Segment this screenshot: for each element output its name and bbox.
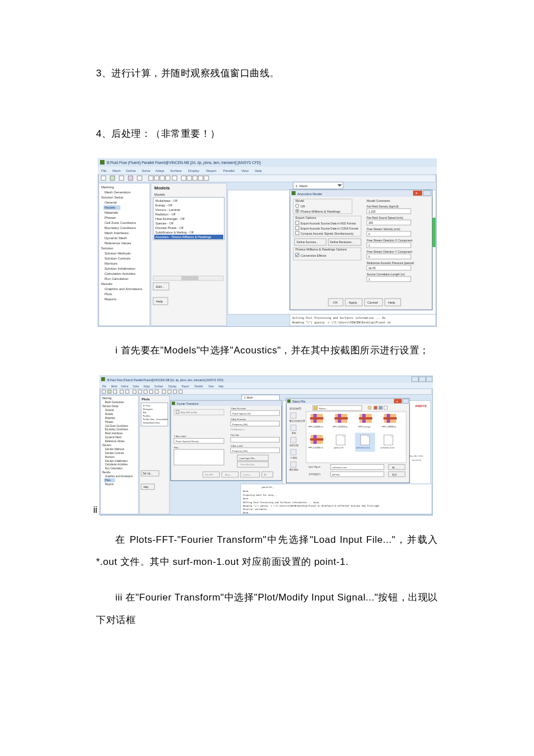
tree-calc-act[interactable]: Calculation Activities [105, 272, 136, 275]
menu-item[interactable]: Adapt [144, 385, 150, 388]
model-item[interactable]: Species - Off [155, 222, 173, 225]
menu-item[interactable]: Help [218, 385, 224, 388]
export-check2[interactable] [296, 226, 299, 230]
open-button[interactable] [388, 465, 405, 470]
menu-define[interactable]: Define [126, 169, 136, 172]
file-label[interactable]: surf-mon-2.out [381, 447, 394, 449]
file-icon-archive[interactable] [384, 414, 397, 423]
file-label[interactable]: FFF.2.cas.gz [358, 426, 370, 428]
tree-item[interactable]: Mesh Generation [105, 401, 124, 404]
menu-item[interactable]: Define [121, 385, 128, 388]
selectfile-toolbar-icons[interactable] [368, 406, 387, 409]
menu-help[interactable]: Help [255, 169, 262, 172]
file-icon-archive[interactable] [359, 414, 372, 423]
file-label[interactable]: point-1.srf [334, 447, 344, 449]
file-icon-archive[interactable] [335, 414, 348, 423]
min-icon2[interactable] [403, 399, 409, 404]
tree-item[interactable]: Reports [105, 483, 114, 486]
tree-item[interactable]: Graphics and Animations [105, 475, 133, 478]
tree-item-plots[interactable]: Plots [105, 479, 111, 482]
tree-results[interactable]: Results [101, 282, 112, 286]
tree-item[interactable]: Mesh Interfaces [105, 433, 123, 435]
model-item[interactable]: Discrete Phase - Off [155, 226, 184, 230]
tree-item[interactable]: Monitors [105, 456, 115, 459]
menu-mesh[interactable]: Mesh [112, 169, 121, 172]
place-icon[interactable] [290, 425, 296, 431]
tree-item[interactable]: Solution Initialization [105, 460, 128, 463]
file-label[interactable]: FFF-1-00000.d... [309, 426, 324, 428]
place-icon[interactable] [290, 462, 296, 468]
menu-item[interactable]: Mesh [111, 385, 118, 388]
export-check3[interactable] [296, 231, 299, 235]
tree-solution-setup[interactable]: Solution Setup [101, 196, 124, 199]
tree-item[interactable]: Calculation Activities [105, 464, 128, 466]
tree-item[interactable]: Dynamic Mesh [105, 436, 122, 439]
model-item[interactable]: Heat Exchanger - Off [155, 217, 185, 221]
model-item-acoustics[interactable]: Acoustics - Ffowcs-Williams & Hawkings [155, 235, 211, 239]
export-check1[interactable] [296, 221, 299, 224]
file-icon-archive[interactable] [310, 435, 324, 444]
tree-cellzone[interactable]: Cell Zone Conditions [105, 221, 136, 224]
menu-adapt[interactable]: Adapt [155, 169, 164, 172]
model-item[interactable]: Viscous - Laminar [155, 208, 180, 211]
file-label[interactable]: FFF-2-00000.d... [382, 426, 398, 428]
place-label[interactable]: 我的文档 [289, 444, 298, 447]
file-label[interactable]: FFF-1-00300.d... [333, 426, 349, 428]
tree-models[interactable]: Models [105, 206, 115, 209]
model-item[interactable]: Radiation - Off [155, 213, 176, 216]
tree-item[interactable]: General [105, 409, 114, 412]
tree-ref-values[interactable]: Reference Values [105, 241, 131, 245]
place-label[interactable]: 最近项目 [289, 469, 298, 472]
model-item[interactable]: Solidification & Melting - Off [155, 231, 194, 234]
tree-mesh-int[interactable]: Mesh Interfaces [105, 231, 129, 235]
file-icon-archive[interactable] [310, 414, 324, 423]
tree-item[interactable]: Cell Zone Conditions [105, 425, 129, 427]
tree-monitors[interactable]: Monitors [105, 262, 118, 265]
menu-file[interactable]: File [101, 169, 107, 172]
hscroll-thumb[interactable] [181, 276, 198, 280]
tree-plots[interactable]: Plots [105, 292, 112, 296]
place-label[interactable]: 最近访问的位置 [289, 420, 305, 422]
place-icon[interactable] [290, 450, 296, 455]
tree-reports[interactable]: Reports [105, 297, 116, 301]
tree-sol-methods[interactable]: Solution Methods [105, 252, 131, 255]
tree-dyn-mesh[interactable]: Dynamic Mesh [105, 236, 127, 240]
file-icon-doc[interactable] [336, 435, 345, 446]
tree-item[interactable]: Solution Setup [102, 405, 119, 408]
tree-mesh-gen[interactable]: Mesh Generation [105, 191, 131, 194]
plot-item[interactable]: Profiles: [143, 414, 151, 417]
menu-item[interactable]: Surface [154, 385, 163, 388]
tree-item[interactable]: Results [102, 471, 111, 474]
tree-solution[interactable]: Solution [101, 247, 114, 250]
constant-input[interactable] [367, 254, 411, 259]
menu-parallel[interactable]: Parallel [223, 169, 235, 172]
tree-item[interactable]: Solution Controls [105, 452, 124, 455]
tree-item[interactable]: Materials [105, 417, 116, 420]
menu-item[interactable]: View [209, 385, 214, 388]
tree-item[interactable]: Solution [102, 444, 111, 447]
tree-item[interactable]: Phases [105, 421, 114, 424]
file-label-selected[interactable]: surf-mon-1.out [356, 447, 370, 449]
constant-input[interactable] [367, 277, 411, 282]
tree-graphics[interactable]: Graphics and Animations [105, 287, 142, 291]
tree-item[interactable]: Solution Methods [105, 448, 125, 451]
tree-run-calc[interactable]: Run Calculation [105, 277, 128, 280]
tree-sol-ctrl[interactable]: Solution Controls [105, 257, 131, 260]
menu-item[interactable]: Display [168, 385, 177, 388]
menu-view[interactable]: View [241, 169, 249, 172]
menu-item[interactable]: File [102, 385, 107, 388]
menu-item[interactable]: Solve [133, 385, 140, 388]
place-icon[interactable] [290, 413, 296, 418]
tree-sol-init[interactable]: Solution Initialization [105, 267, 136, 270]
tree-item[interactable]: Boundary Conditions [105, 429, 129, 431]
place-label[interactable]: 计算机 [290, 456, 297, 459]
min-icon[interactable] [423, 191, 431, 196]
tree-materials[interactable]: Materials [105, 211, 118, 214]
file-label[interactable]: FFF-2-01000.d... [309, 447, 324, 449]
plottitle-input[interactable] [231, 438, 280, 443]
radio-off[interactable] [296, 204, 299, 208]
constant-input[interactable] [367, 243, 411, 248]
tree-item[interactable]: Reference Values [105, 440, 125, 443]
plot-item[interactable]: Interpolated Data [143, 421, 160, 424]
tree-phases[interactable]: Phases [105, 216, 116, 219]
